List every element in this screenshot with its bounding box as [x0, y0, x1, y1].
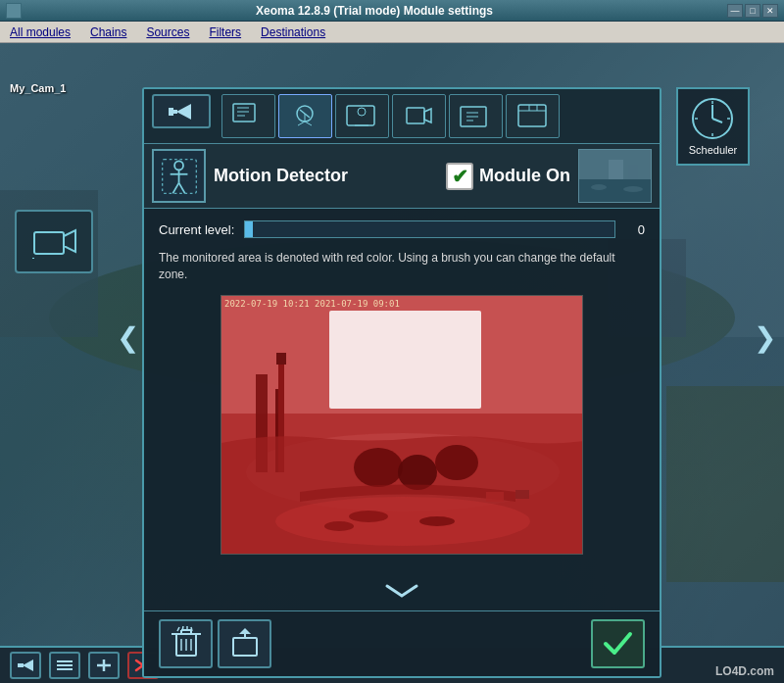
module-strip [144, 89, 660, 144]
module-panel: Motion Detector ✔ Module On [142, 87, 662, 678]
menu-all-modules[interactable]: All modules [10, 25, 71, 39]
svg-rect-59 [329, 311, 481, 409]
svg-line-82 [182, 626, 183, 631]
svg-marker-16 [176, 104, 191, 120]
nav-arrow-right[interactable]: ❯ [750, 92, 779, 582]
menu-chains[interactable]: Chains [90, 25, 126, 39]
bottom-buttons [144, 610, 660, 676]
status-add-button[interactable] [88, 652, 120, 679]
chevron-down-icon[interactable] [144, 576, 660, 610]
camera-sidebar-icon[interactable] [15, 210, 93, 273]
main-area: My_Cam_1 ❮ ❯ Scheduler [0, 43, 784, 683]
close-button[interactable]: ✕ [762, 4, 778, 18]
scheduler-label: Scheduler [689, 144, 738, 156]
minimize-button[interactable]: — [727, 4, 743, 18]
strip-module-4[interactable] [392, 94, 446, 138]
svg-point-42 [174, 161, 183, 170]
strip-module-3[interactable] [335, 94, 389, 138]
svg-rect-6 [34, 232, 64, 254]
svg-rect-32 [407, 108, 424, 123]
module-on-container: ✔ Module On [446, 163, 570, 190]
svg-rect-38 [518, 105, 546, 126]
status-list-button[interactable] [49, 652, 80, 679]
svg-marker-88 [23, 659, 33, 671]
action-buttons [159, 619, 271, 668]
motion-image[interactable]: 2022-07-19 10:21 2021-07-19 09:01 [220, 295, 583, 555]
watermark: LO4D.com [715, 664, 774, 678]
svg-rect-50 [579, 179, 652, 203]
maximize-button[interactable]: □ [745, 4, 760, 18]
svg-marker-87 [239, 628, 251, 634]
svg-line-81 [177, 627, 179, 631]
menu-bar: All modules Chains Sources Filters Desti… [0, 22, 784, 43]
svg-point-72 [324, 521, 354, 531]
window-controls: — □ ✕ [727, 4, 778, 18]
svg-rect-68 [515, 490, 529, 499]
svg-point-53 [591, 184, 607, 190]
svg-line-27 [305, 122, 312, 125]
svg-line-26 [298, 122, 305, 125]
module-toolbar: Motion Detector ✔ Module On [144, 144, 660, 209]
svg-rect-63 [276, 353, 286, 365]
svg-rect-67 [486, 492, 504, 502]
module-icon [152, 149, 206, 203]
svg-line-11 [712, 119, 722, 122]
svg-rect-18 [169, 108, 173, 116]
svg-line-25 [305, 114, 310, 118]
description-text: The monitored area is denoted with red c… [159, 250, 645, 283]
svg-point-66 [435, 445, 478, 480]
svg-line-84 [191, 627, 192, 631]
svg-rect-19 [233, 104, 255, 122]
menu-destinations[interactable]: Destinations [261, 25, 325, 39]
title-bar: Xeoma 12.8.9 (Trial mode) Module setting… [0, 0, 784, 22]
current-level-label: Current level: [159, 222, 234, 237]
progress-value: 0 [625, 222, 645, 237]
back-button[interactable] [152, 94, 211, 128]
nav-arrow-left[interactable]: ❮ [113, 92, 142, 582]
svg-marker-7 [64, 230, 75, 252]
module-on-checkbox[interactable]: ✔ [446, 163, 473, 190]
scheduler-button[interactable]: Scheduler [676, 87, 750, 166]
confirm-button[interactable] [591, 619, 645, 668]
strip-module-2[interactable] [278, 94, 332, 138]
trash-button[interactable] [159, 619, 213, 668]
svg-point-71 [419, 516, 455, 526]
svg-rect-51 [609, 160, 623, 179]
svg-line-46 [178, 182, 184, 193]
progress-bar-fill [245, 221, 253, 237]
timestamp-top: 2022-07-19 10:21 2021-07-19 09:01 [224, 299, 400, 309]
module-title: Motion Detector [214, 166, 438, 186]
panel-content: Current level: 0 The monitored area is d… [144, 209, 660, 576]
strip-module-6[interactable] [506, 94, 560, 138]
svg-point-64 [354, 448, 403, 487]
svg-line-24 [300, 110, 305, 114]
current-level-row: Current level: 0 [159, 220, 645, 238]
module-preview-thumb [578, 149, 652, 203]
svg-marker-33 [424, 109, 431, 122]
svg-rect-52 [628, 165, 638, 179]
progress-bar-container [244, 220, 615, 238]
app-icon [6, 3, 22, 19]
window-title: Xeoma 12.8.9 (Trial mode) Module setting… [22, 4, 727, 18]
svg-line-45 [172, 182, 178, 193]
svg-rect-89 [18, 663, 24, 667]
menu-filters[interactable]: Filters [209, 25, 241, 39]
strip-module-1[interactable] [221, 94, 275, 138]
module-on-label: Module On [479, 166, 570, 186]
status-back-button[interactable] [10, 652, 41, 679]
menu-sources[interactable]: Sources [146, 25, 189, 39]
svg-rect-85 [233, 638, 257, 656]
svg-point-30 [358, 108, 366, 116]
export-button[interactable] [218, 619, 271, 668]
svg-point-54 [623, 186, 643, 192]
svg-point-70 [349, 511, 388, 522]
svg-point-69 [275, 497, 530, 546]
strip-module-5[interactable] [449, 94, 503, 138]
camera-name-label: My_Cam_1 [10, 82, 66, 94]
